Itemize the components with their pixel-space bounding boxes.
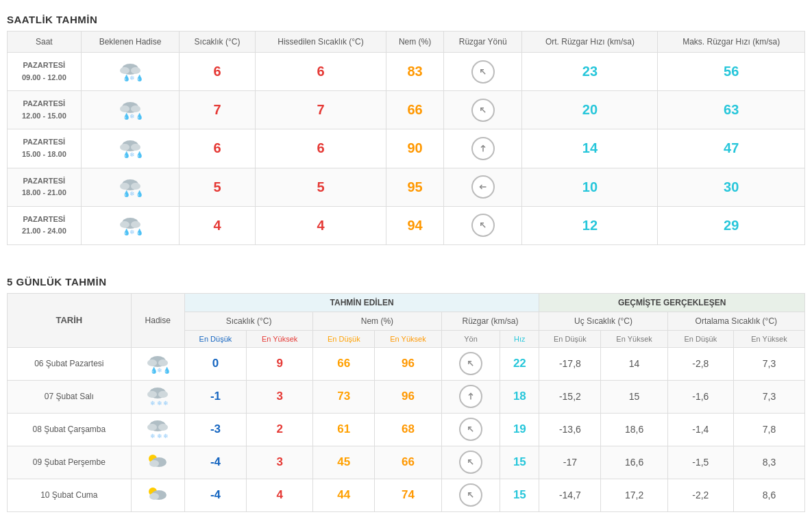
saatlik-title: SAATLİK TAHMİN [7,7,805,31]
saatlik-row: PAZARTESİ 15.00 - 18.00 💧 ❄ 💧 6 6 90 14 … [8,129,805,168]
g-wind-speed: 19 [500,413,539,446]
time-cell: PAZARTESİ 21.00 - 24.00 [8,206,82,244]
g-wind-dir [441,446,500,479]
svg-point-22 [120,183,130,190]
svg-text:💧: 💧 [136,112,144,120]
col-yon: Rüzgar Yönü [443,31,522,53]
wind-dir-cell [443,53,522,91]
wind-max-cell: 30 [658,168,805,206]
g-past-uc-high: 15 [601,380,667,413]
gecmis-group-header: GEÇMİŞTE GERÇEKLEŞEN [539,293,805,312]
svg-text:💧: 💧 [136,151,144,158]
g-hum-high: 96 [375,380,441,413]
g-icon-cell: 💧 ❄ 💧 [131,347,184,380]
svg-text:❄: ❄ [157,367,162,374]
tahmin-group-header: TAHMİN EDİLEN [184,293,539,312]
g-temp-low: -1 [184,380,246,413]
gunluk-title: 5 GÜNLÜK TAHMİN [7,269,805,293]
past-avg-high-header: En Yüksek [733,330,804,347]
temp-cell: 4 [180,206,255,244]
g-hum-high: 96 [375,347,441,380]
g-wind-dir [441,347,500,380]
g-past-avg-low: -1,4 [667,413,733,446]
gunluk-section: 5 GÜNLÜK TAHMİN TARİH Hadise TAHMİN EDİL… [7,269,805,512]
svg-point-8 [120,105,130,112]
yon-header: Yön [441,330,500,347]
time-cell: PAZARTESİ 09.00 - 12.00 [8,53,82,91]
svg-point-43 [147,391,157,398]
g-temp-high: 4 [247,479,313,511]
time-cell: PAZARTESİ 15.00 - 18.00 [8,129,82,168]
g-date-cell: 09 Şubat Perşembe [8,446,132,479]
g-past-uc-high: 14 [601,347,667,380]
saatlik-row: PAZARTESİ 18.00 - 21.00 💧 ❄ 💧 5 5 95 10 … [8,168,805,206]
wind-max-cell: 56 [658,53,805,91]
time-cell: PAZARTESİ 18.00 - 21.00 [8,168,82,206]
wind-max-cell: 47 [658,129,805,168]
nem-high-header: En Yüksek [375,330,441,347]
nem-sub-header: Nem (%) [313,312,441,330]
g-temp-low: -3 [184,413,246,446]
g-past-avg-high: 8,6 [733,479,804,511]
saatlik-section: SAATLİK TAHMİN Saat Beklenen Hadise Sıca… [7,7,805,245]
weather-icon-cell: 💧 ❄ 💧 [81,168,180,206]
g-hum-high: 74 [375,479,441,511]
nem-low-header: En Düşük [313,330,375,347]
sic-low-header: En Düşük [184,330,246,347]
svg-point-37 [158,359,168,366]
wind-max-cell: 29 [658,206,805,244]
uc-sicaklik-sub-header: Uç Sıcaklık (°C) [539,312,667,330]
gunluk-table: TARİH Hadise TAHMİN EDİLEN GEÇMİŞTE GERÇ… [7,293,805,512]
g-hum-low: 61 [313,413,375,446]
g-temp-low: -4 [184,446,246,479]
g-past-avg-high: 7,3 [733,380,804,413]
svg-text:💧: 💧 [136,74,144,81]
svg-point-16 [131,144,140,151]
humidity-cell: 83 [386,53,444,91]
g-wind-dir [441,479,500,511]
svg-line-41 [469,362,473,366]
g-past-uc-high: 16,6 [601,446,667,479]
g-wind-dir [441,413,500,446]
svg-line-6 [480,69,484,73]
g-past-avg-low: -1,5 [667,446,733,479]
svg-line-13 [480,108,484,112]
gunluk-row: 09 Şubat Perşembe -4 3 45 66 15 -17 16,6… [8,446,805,479]
wind-avg-cell: 12 [522,206,658,244]
ort-sicaklik-sub-header: Ortalama Sıcaklık (°C) [667,312,804,330]
g-date-cell: 06 Şubat Pazartesi [8,347,132,380]
svg-text:❄: ❄ [157,400,162,407]
wind-dir-cell [443,206,522,244]
svg-text:❄: ❄ [130,151,135,158]
hiz-header: Hız [500,330,539,347]
g-past-uc-low: -15,2 [539,380,601,413]
temp-cell: 6 [180,53,255,91]
gunluk-row: 06 Şubat Pazartesi 💧 ❄ 💧 0 9 66 96 22 -1… [8,347,805,380]
g-wind-speed: 15 [500,479,539,511]
saatlik-row: PAZARTESİ 12.00 - 15.00 💧 ❄ 💧 7 7 66 20 … [8,91,805,129]
col-saat: Saat [8,31,82,53]
svg-text:❄: ❄ [157,433,162,440]
g-hum-high: 68 [375,413,441,446]
svg-text:❄: ❄ [150,400,156,407]
wind-avg-cell: 23 [522,53,658,91]
g-past-avg-high: 7,3 [733,347,804,380]
felt-cell: 5 [255,168,386,206]
weather-icon-cell: 💧 ❄ 💧 [81,206,180,244]
gunluk-row: 10 Şubat Cuma -4 4 44 74 15 -14,7 17,2 -… [8,479,805,511]
svg-text:❄: ❄ [163,400,169,407]
wind-dir-cell [443,129,522,168]
g-past-uc-low: -13,6 [539,413,601,446]
g-hum-high: 66 [375,446,441,479]
saatlik-row: PAZARTESİ 09.00 - 12.00 💧 ❄ 💧 6 6 83 23 … [8,53,805,91]
g-past-uc-low: -14,7 [539,479,601,511]
g-date-cell: 07 Şubat Salı [8,380,132,413]
g-past-avg-low: -2,2 [667,479,733,511]
g-hum-low: 45 [313,446,375,479]
svg-point-15 [120,144,130,151]
g-temp-high: 3 [247,446,313,479]
gunluk-row: 08 Şubat Çarşamba ❄ ❄ ❄ -3 2 61 68 19 -1… [8,413,805,446]
g-temp-high: 9 [247,347,313,380]
g-icon-cell: ❄ ❄ ❄ [131,380,184,413]
col-hadise: Beklenen Hadise [81,31,180,53]
